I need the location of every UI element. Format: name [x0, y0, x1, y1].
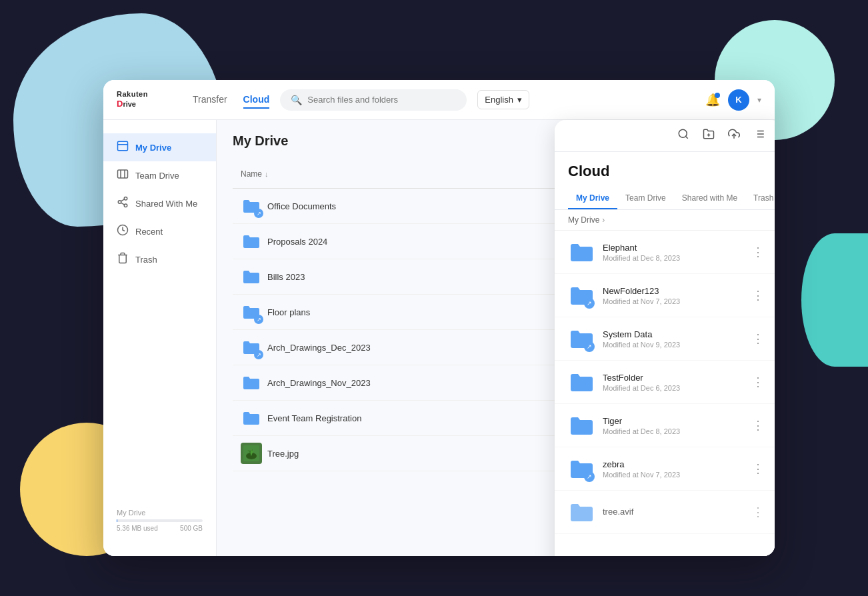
sidebar-label-trash: Trash: [135, 255, 157, 265]
cloud-item-date: Modified at Dec 8, 2023: [603, 427, 740, 435]
cloud-item-info: Tiger Modified at Dec 8, 2023: [603, 416, 740, 435]
shared-icon: [117, 196, 129, 211]
cloud-tabs: My Drive Team Drive Shared with Me Trash: [568, 188, 768, 209]
list-item[interactable]: Tiger Modified at Dec 8, 2023 ⋮: [555, 404, 775, 447]
list-item[interactable]: ↗ NewFolder123 Modified at Nov 7, 2023 ⋮: [555, 274, 775, 317]
bg-blob-green: [801, 233, 868, 367]
list-item[interactable]: TestFolder Modified at Dec 6, 2023 ⋮: [555, 361, 775, 404]
cloud-folder-icon: [568, 412, 595, 439]
header: Rakuten Drive Transfer Cloud 🔍 English ▾…: [103, 80, 775, 120]
cloud-tab-shared[interactable]: Shared with Me: [674, 188, 745, 209]
cloud-item-more-button[interactable]: ⋮: [748, 243, 768, 261]
file-icon-folder: [241, 231, 262, 252]
cloud-item-name: NewFolder123: [603, 286, 740, 296]
svg-point-5: [124, 204, 127, 207]
notification-button[interactable]: 🔔: [705, 93, 720, 107]
cloud-item-more-button[interactable]: ⋮: [748, 373, 768, 391]
logo-bottom: Drive: [117, 99, 148, 109]
cloud-item-info: TestFolder Modified at Dec 6, 2023: [603, 373, 740, 392]
share-badge-icon: ↗: [584, 298, 595, 309]
file-icon-folder: [241, 407, 262, 429]
nav-tab-cloud[interactable]: Cloud: [243, 91, 270, 109]
sidebar-item-trash[interactable]: Trash: [103, 245, 216, 273]
cloud-sort-button[interactable]: [751, 125, 768, 146]
sidebar-item-team-drive[interactable]: Team Drive: [103, 161, 216, 189]
cloud-new-folder-button[interactable]: [700, 125, 717, 146]
language-selector[interactable]: English ▾: [477, 90, 529, 109]
cloud-item-name: zebra: [603, 459, 740, 469]
file-icon-folder: [241, 266, 262, 287]
cloud-tab-my-drive[interactable]: My Drive: [568, 188, 617, 209]
cloud-item-name: System Data: [603, 329, 740, 339]
svg-point-11: [679, 129, 687, 137]
breadcrumb-item[interactable]: My Drive: [568, 215, 599, 225]
list-item[interactable]: Elephant Modified at Dec 8, 2023 ⋮: [555, 231, 775, 274]
search-input[interactable]: [307, 95, 456, 105]
cloud-item-date: Modified at Dec 8, 2023: [603, 254, 740, 262]
cloud-item-more-button[interactable]: ⋮: [748, 460, 768, 477]
storage-total: 500 GB: [180, 525, 203, 532]
cloud-item-date: Modified at Nov 7, 2023: [603, 297, 740, 305]
logo-suffix: rive: [123, 100, 136, 109]
cloud-search-button[interactable]: [675, 125, 692, 146]
file-icon-image: [241, 443, 262, 464]
storage-drive-label: My Drive: [117, 509, 203, 517]
share-badge-icon: ↗: [584, 341, 595, 352]
cloud-tab-trash[interactable]: Trash: [745, 188, 775, 209]
sidebar-item-recent[interactable]: Recent: [103, 217, 216, 245]
my-drive-icon: [117, 140, 129, 155]
cloud-item-more-button[interactable]: ⋮: [748, 287, 768, 304]
storage-bar-background: [117, 519, 203, 522]
chevron-down-icon: ▾: [517, 95, 522, 105]
cloud-panel-title: Cloud: [568, 163, 768, 180]
col-name-label: Name: [241, 169, 262, 179]
svg-line-6: [121, 203, 124, 205]
cloud-item-date: Modified at Nov 7, 2023: [603, 471, 740, 479]
cloud-upload-button[interactable]: [725, 125, 743, 146]
cloud-item-name: Elephant: [603, 243, 740, 253]
cloud-item-info: zebra Modified at Nov 7, 2023: [603, 459, 740, 479]
svg-line-12: [685, 136, 687, 138]
language-label: English: [485, 95, 513, 105]
cloud-panel: Cloud My Drive Team Drive Shared with Me…: [555, 120, 775, 556]
storage-info: My Drive 5.36 MB used 500 GB: [103, 498, 216, 543]
list-item[interactable]: ↗ System Data Modified at Nov 9, 2023 ⋮: [555, 317, 775, 361]
nav-tab-transfer[interactable]: Transfer: [193, 91, 227, 109]
cloud-file-icon: [568, 499, 595, 525]
cloud-tab-team-drive[interactable]: Team Drive: [617, 188, 674, 209]
share-badge-icon: ↗: [254, 209, 263, 218]
storage-numbers: 5.36 MB used 500 GB: [117, 525, 203, 532]
cloud-shared-folder-icon: ↗: [568, 282, 595, 309]
file-icon-folder: [241, 372, 262, 393]
cloud-item-name: Tiger: [603, 416, 740, 426]
sidebar-item-my-drive[interactable]: My Drive: [103, 133, 216, 161]
cloud-item-more-button[interactable]: ⋮: [748, 330, 768, 347]
sidebar-label-my-drive: My Drive: [135, 143, 171, 153]
cloud-item-more-button[interactable]: ⋮: [748, 503, 768, 521]
recent-icon: [117, 224, 129, 239]
cloud-folder-icon: [568, 369, 595, 395]
sort-icon[interactable]: ↓: [265, 170, 269, 178]
avatar[interactable]: K: [728, 89, 749, 111]
cloud-item-name: TestFolder: [603, 373, 740, 383]
search-icon: 🔍: [291, 95, 302, 105]
breadcrumb: My Drive ›: [555, 210, 775, 231]
file-icon-shared-folder: ↗: [241, 195, 262, 217]
notification-dot: [715, 93, 720, 98]
storage-used: 5.36 MB used: [117, 525, 158, 532]
sidebar-label-team-drive: Team Drive: [135, 171, 179, 181]
cloud-item-name: tree.avif: [603, 507, 740, 517]
cloud-item-info: System Data Modified at Nov 9, 2023: [603, 329, 740, 349]
sidebar-item-shared[interactable]: Shared With Me: [103, 189, 216, 217]
cloud-item-more-button[interactable]: ⋮: [748, 417, 768, 434]
logo-top: Rakuten: [117, 90, 148, 99]
svg-point-4: [118, 201, 121, 204]
cloud-items-list: Elephant Modified at Dec 8, 2023 ⋮ ↗ New…: [555, 231, 775, 556]
chevron-down-icon-avatar: ▾: [757, 95, 761, 105]
svg-rect-0: [118, 141, 128, 151]
logo: Rakuten Drive: [117, 90, 177, 109]
header-nav: Transfer Cloud: [193, 91, 269, 109]
list-item[interactable]: ↗ zebra Modified at Nov 7, 2023 ⋮: [555, 447, 775, 491]
list-item[interactable]: tree.avif ⋮: [555, 491, 775, 534]
cloud-item-info: NewFolder123 Modified at Nov 7, 2023: [603, 286, 740, 305]
